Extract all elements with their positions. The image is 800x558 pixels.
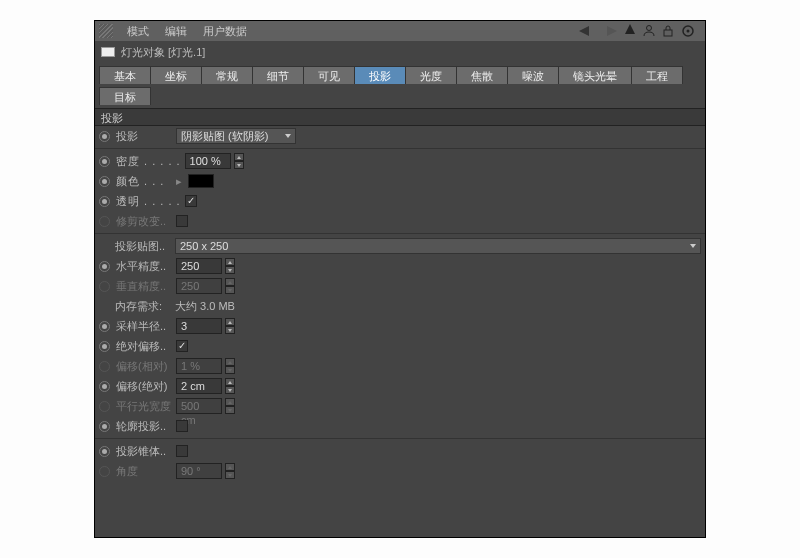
menu-edit[interactable]: 编辑: [157, 24, 195, 39]
attribute-panel: 模式 编辑 用户数据 灯光对象 [灯光.1] 基本 坐标 常规 细节 可见 投影…: [94, 20, 706, 538]
label-sampleradius: 采样半径..: [114, 319, 172, 334]
svg-rect-4: [664, 30, 672, 36]
input-vprec: 250: [176, 278, 222, 294]
label-reloffset: 偏移(相对): [114, 359, 172, 374]
label-parallelwidth: 平行光宽度: [114, 399, 172, 414]
nav-next-icon[interactable]: [603, 26, 617, 36]
radio-shadow[interactable]: [99, 131, 110, 142]
radio-parallelwidth[interactable]: [99, 401, 110, 412]
lock-icon[interactable]: [663, 25, 673, 37]
tab-target[interactable]: 目标: [99, 87, 151, 105]
content-area: 投影 投影 阴影贴图 (软阴影) 密度 . . . . . 100 % 颜色 .…: [95, 108, 705, 537]
spinner-hprec[interactable]: [225, 258, 235, 274]
label-cone: 投影锥体..: [114, 444, 172, 459]
label-angle: 角度: [114, 464, 172, 479]
spinner-sampleradius[interactable]: [225, 318, 235, 334]
spinner-reloffset: [225, 358, 235, 374]
spinner-offset[interactable]: [225, 378, 235, 394]
input-sampleradius[interactable]: 3: [176, 318, 222, 334]
arrow-color[interactable]: ▸: [176, 175, 184, 188]
radio-color[interactable]: [99, 176, 110, 187]
input-reloffset: 1 %: [176, 358, 222, 374]
label-shadow: 投影: [114, 129, 172, 144]
dropdown-shadowmap[interactable]: 250 x 250: [175, 238, 701, 254]
object-header: 灯光对象 [灯光.1]: [95, 41, 705, 63]
tab-caustics[interactable]: 焦散: [456, 66, 508, 84]
tab-shadow[interactable]: 投影: [354, 66, 406, 84]
radio-sampleradius[interactable]: [99, 321, 110, 332]
svg-point-3: [647, 26, 652, 31]
tab-general[interactable]: 常规: [201, 66, 253, 84]
label-shadowmap: 投影贴图..: [113, 239, 171, 254]
spinner-angle: [225, 463, 235, 479]
menu-mode[interactable]: 模式: [119, 24, 157, 39]
label-transparent: 透明 . . . . .: [114, 194, 181, 209]
spinner-density[interactable]: [234, 153, 244, 169]
checkbox-transparent[interactable]: [185, 195, 197, 207]
input-density[interactable]: 100 %: [185, 153, 231, 169]
radio-transparent[interactable]: [99, 196, 110, 207]
label-absoffset: 绝对偏移..: [114, 339, 172, 354]
radio-density[interactable]: [99, 156, 110, 167]
label-offset: 偏移(绝对): [114, 379, 172, 394]
svg-marker-2: [625, 24, 635, 34]
checkbox-absoffset[interactable]: [176, 340, 188, 352]
svg-marker-1: [607, 26, 617, 36]
label-hprec: 水平精度..: [114, 259, 172, 274]
target-icon[interactable]: [681, 24, 695, 38]
nav-prev-icon[interactable]: [579, 26, 595, 36]
svg-marker-0: [579, 26, 589, 36]
radio-cone[interactable]: [99, 446, 110, 457]
radio-vprec[interactable]: [99, 281, 110, 292]
radio-clip[interactable]: [99, 216, 110, 227]
dropdown-shadow-type[interactable]: 阴影贴图 (软阴影): [176, 128, 296, 144]
tab-visible[interactable]: 可见: [303, 66, 355, 84]
radio-outline[interactable]: [99, 421, 110, 432]
radio-offset[interactable]: [99, 381, 110, 392]
input-offset[interactable]: 2 cm: [176, 378, 222, 394]
tab-bar: 基本 坐标 常规 细节 可见 投影 光度 焦散 噪波 镜头光晕 工程 目标: [95, 63, 705, 108]
input-hprec[interactable]: 250: [176, 258, 222, 274]
radio-angle[interactable]: [99, 466, 110, 477]
tab-coord[interactable]: 坐标: [150, 66, 202, 84]
tab-intensity[interactable]: 光度: [405, 66, 457, 84]
tab-basic[interactable]: 基本: [99, 66, 151, 84]
checkbox-clip: [176, 215, 188, 227]
tab-lensflare[interactable]: 镜头光晕: [558, 66, 632, 84]
label-memory: 内存需求:: [113, 299, 171, 314]
tab-noise[interactable]: 噪波: [507, 66, 559, 84]
value-memory: 大约 3.0 MB: [175, 299, 235, 314]
label-color: 颜色 . . .: [114, 174, 172, 189]
light-object-icon: [101, 47, 115, 57]
radio-absoffset[interactable]: [99, 341, 110, 352]
input-parallelwidth: 500 cm: [176, 398, 222, 414]
spinner-vprec: [225, 278, 235, 294]
tab-detail[interactable]: 细节: [252, 66, 304, 84]
radio-reloffset[interactable]: [99, 361, 110, 372]
label-clip: 修剪改变..: [114, 214, 172, 229]
label-outline: 轮廓投影..: [114, 419, 172, 434]
checkbox-cone[interactable]: [176, 445, 188, 457]
menu-userdata[interactable]: 用户数据: [195, 24, 255, 39]
user-icon[interactable]: [643, 25, 655, 37]
section-shadow: 投影: [95, 108, 705, 126]
tab-project[interactable]: 工程: [631, 66, 683, 84]
menubar: 模式 编辑 用户数据: [95, 21, 705, 41]
label-density: 密度 . . . . .: [114, 154, 181, 169]
hatch-icon: [99, 24, 113, 38]
object-name: 灯光对象 [灯光.1]: [121, 45, 205, 60]
radio-hprec[interactable]: [99, 261, 110, 272]
spinner-parallelwidth: [225, 398, 235, 414]
checkbox-outline[interactable]: [176, 420, 188, 432]
swatch-color[interactable]: [188, 174, 214, 188]
label-vprec: 垂直精度..: [114, 279, 172, 294]
nav-up-icon[interactable]: [625, 24, 635, 38]
svg-point-6: [687, 30, 690, 33]
input-angle: 90 °: [176, 463, 222, 479]
